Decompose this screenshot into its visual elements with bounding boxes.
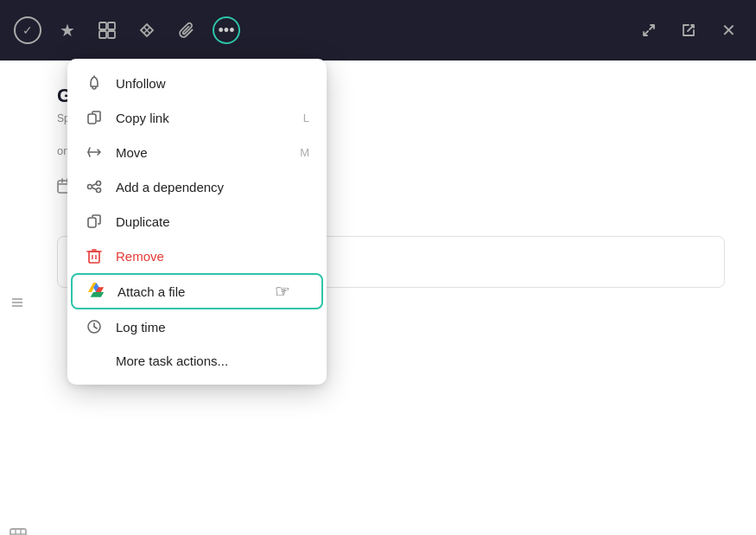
copy-link-label: Copy link bbox=[116, 111, 169, 125]
toolbar-left: ✓ ★ ••• bbox=[14, 16, 621, 44]
dependency-label: Add a dependency bbox=[116, 180, 224, 194]
gdrive-icon bbox=[86, 283, 105, 300]
move-shortcut: M bbox=[300, 146, 309, 159]
clock-icon bbox=[85, 319, 104, 334]
more-actions-label: More task actions... bbox=[116, 353, 228, 368]
toolbar-right: ✕ bbox=[635, 16, 742, 44]
menu-item-unfollow[interactable]: Unfollow bbox=[67, 66, 327, 100]
log-time-label: Log time bbox=[116, 320, 166, 334]
svg-line-21 bbox=[92, 184, 97, 187]
more-options-icon[interactable]: ••• bbox=[213, 16, 240, 44]
paperclip-icon[interactable] bbox=[173, 16, 200, 44]
move-label: Move bbox=[116, 145, 148, 160]
svg-point-18 bbox=[88, 185, 92, 189]
external-link-icon[interactable] bbox=[675, 16, 702, 44]
copy-link-icon bbox=[85, 110, 104, 125]
duplicate-icon bbox=[85, 213, 104, 229]
svg-rect-24 bbox=[89, 252, 99, 263]
svg-rect-23 bbox=[88, 218, 96, 227]
attach-file-label: Attach a file bbox=[118, 284, 185, 299]
list-icon[interactable] bbox=[9, 294, 26, 315]
copy-link-shortcut: L bbox=[303, 111, 309, 124]
dependency-icon bbox=[85, 179, 104, 194]
svg-rect-0 bbox=[99, 22, 106, 29]
duplicate-label: Duplicate bbox=[116, 214, 170, 229]
star-icon[interactable]: ★ bbox=[54, 16, 81, 44]
menu-item-copy-link[interactable]: Copy link L bbox=[67, 100, 327, 135]
table-icon[interactable] bbox=[9, 527, 28, 535]
menu-item-more-actions[interactable]: More task actions... bbox=[67, 344, 327, 378]
check-icon[interactable]: ✓ bbox=[14, 16, 41, 44]
menu-item-dependency[interactable]: Add a dependency bbox=[67, 169, 327, 204]
svg-rect-3 bbox=[108, 31, 115, 38]
menu-item-attach-file[interactable]: Attach a file ☞ bbox=[71, 273, 323, 309]
expand-icon[interactable] bbox=[635, 16, 663, 44]
trash-icon bbox=[85, 248, 104, 264]
template-icon[interactable] bbox=[93, 16, 121, 44]
tag-icon[interactable] bbox=[133, 16, 161, 44]
bell-icon bbox=[85, 75, 104, 91]
menu-item-move[interactable]: Move M bbox=[67, 135, 327, 169]
menu-item-duplicate[interactable]: Duplicate bbox=[67, 204, 327, 239]
menu-item-log-time[interactable]: Log time bbox=[67, 309, 327, 344]
unfollow-label: Unfollow bbox=[116, 76, 166, 91]
svg-rect-1 bbox=[108, 22, 115, 29]
close-icon[interactable]: ✕ bbox=[715, 16, 742, 44]
svg-point-20 bbox=[97, 188, 101, 193]
svg-rect-2 bbox=[99, 31, 106, 38]
menu-item-remove[interactable]: Remove bbox=[67, 239, 327, 273]
cursor-icon: ☞ bbox=[275, 281, 290, 302]
svg-rect-17 bbox=[88, 114, 96, 124]
remove-label: Remove bbox=[116, 249, 164, 264]
svg-point-19 bbox=[97, 182, 101, 186]
dropdown-menu: Unfollow Copy link L Move M bbox=[67, 59, 327, 385]
move-icon bbox=[85, 144, 104, 160]
svg-line-22 bbox=[92, 188, 97, 190]
toolbar: ✓ ★ ••• bbox=[0, 0, 756, 61]
